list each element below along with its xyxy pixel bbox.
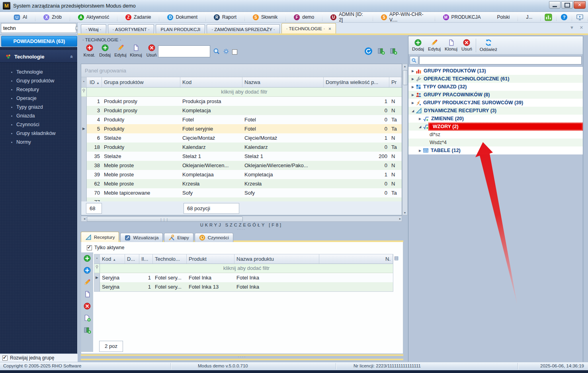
tree-search-input[interactable] bbox=[419, 56, 582, 64]
table-row[interactable]: 4ProduktyFotelFotel0Ta bbox=[81, 115, 402, 124]
filter-row[interactable]: kliknij aby dodać filtr bbox=[81, 88, 402, 97]
tab-list-dropdown-icon[interactable]: ▼ bbox=[570, 25, 574, 30]
table-row[interactable]: 3Produkt prostyKompletacja0N bbox=[81, 106, 402, 115]
table-row[interactable]: 70Meble tapicerowaneSofySofy0Ta bbox=[81, 188, 402, 197]
vertical-scroll-thumb[interactable] bbox=[403, 70, 408, 85]
doc-button[interactable] bbox=[84, 291, 91, 299]
column-header-domyślna-wielkość-p[interactable]: Domyślna wielkość p... bbox=[324, 77, 389, 87]
dodaj-button[interactable]: Dodaj bbox=[97, 44, 113, 57]
usuń-tree-button[interactable]: Usuń bbox=[459, 38, 474, 52]
dodaj-tree-button[interactable]: Dodaj bbox=[410, 38, 426, 52]
column-header-nazwa[interactable]: Nazwa bbox=[242, 77, 324, 87]
detail-column-header-d[interactable]: D... bbox=[125, 254, 139, 264]
topbar-item-raport[interactable]: RRaport bbox=[206, 12, 244, 22]
collapsed-icon[interactable]: ▶ bbox=[418, 117, 422, 121]
topbar-item-aktywność[interactable]: AAktywność bbox=[70, 12, 117, 22]
expand-one-group-checkbox[interactable] bbox=[2, 355, 8, 361]
table-row[interactable]: 1Produkt prostyProdukcja prosta1N bbox=[81, 97, 402, 106]
sidebar-item-typy-gniazd[interactable]: Typy gniazd bbox=[0, 103, 77, 111]
topbar-item-demo[interactable]: Fdemo bbox=[286, 12, 322, 22]
grid-search-input[interactable] bbox=[158, 46, 210, 57]
table-row[interactable]: 38Meble prosteOklejanie/Wiercen...Okleja… bbox=[81, 161, 402, 170]
sidebar-item-receptury[interactable]: Receptury bbox=[0, 85, 77, 94]
tree-node-typy-gniazd-32[interactable]: ▶TYPY GNIAZD (32) bbox=[408, 83, 583, 91]
detail-tab-receptury[interactable]: Receptury bbox=[81, 232, 119, 242]
detail-column-header-produkt[interactable]: Produkt bbox=[187, 254, 234, 264]
klonuj-tree-button[interactable]: Klonuj bbox=[443, 38, 459, 52]
plus-green-button[interactable] bbox=[84, 255, 91, 263]
sidebar-item-grupy-produktów[interactable]: Grupy produktów bbox=[0, 76, 77, 85]
collapsed-icon[interactable]: ▶ bbox=[410, 77, 415, 81]
tree-node-dl-sz[interactable]: dl*sz bbox=[408, 131, 583, 139]
tab-plan-produkcji[interactable]: PLAN PRODUKCJI bbox=[156, 24, 205, 34]
expanded-icon[interactable]: ◢ bbox=[418, 125, 422, 129]
sidebar-item-grupy-składników[interactable]: Grupy składników bbox=[0, 129, 77, 138]
edytuj-tree-button[interactable]: Edytuj bbox=[426, 38, 443, 52]
topbar-item-polski[interactable]: Polski bbox=[489, 12, 518, 22]
detail-column-header-n[interactable]: N. bbox=[319, 254, 393, 264]
scroll-down-icon[interactable]: ▼ bbox=[402, 211, 407, 214]
sidebar-item-technologie[interactable]: Technologie bbox=[0, 68, 77, 76]
x-red-button[interactable] bbox=[84, 303, 91, 311]
table-row[interactable]: ▶Seryjna1Fotel sery...Fotel InkaFotel In… bbox=[94, 273, 393, 282]
doc-add-button[interactable] bbox=[84, 314, 91, 323]
horizontal-scrollbar[interactable]: ◄ ❘❘❘ ► bbox=[81, 216, 402, 222]
columns-add-3-button[interactable] bbox=[390, 47, 397, 56]
table-row[interactable]: ▶5ProduktyFotel seryjnieFotel0Ta bbox=[81, 124, 402, 133]
vertical-scrollbar[interactable]: ▲ ▼ bbox=[402, 64, 408, 215]
topbar-item-admin-id-2[interactable]: UADMIN [ID: 2] bbox=[322, 12, 373, 22]
topbar-item-słownik[interactable]: SSłownik bbox=[245, 12, 285, 22]
help-button[interactable]: ? bbox=[557, 12, 572, 22]
grouping-panel[interactable]: Panel grupowania bbox=[81, 64, 402, 77]
tree-node-grupy-pracowników-8[interactable]: ▶GRUPY PRACOWNIKÓW (8) bbox=[408, 91, 583, 99]
tree-node-wsdz-4[interactable]: Wsdz*4 bbox=[408, 139, 583, 146]
tree-node-grupy-produktów-13[interactable]: ▶GRUPY PRODUKTÓW (13) bbox=[408, 67, 583, 75]
columns-add-button[interactable] bbox=[84, 326, 91, 335]
sidebar-item-gniazda[interactable]: Gniazda bbox=[0, 111, 77, 120]
column-chooser-icon[interactable]: ▤ bbox=[394, 255, 399, 261]
tree-node-operacje-technologiczne-61[interactable]: ▶OPERACJE TECHNOLOGICZNE (61) bbox=[408, 75, 583, 83]
edytuj-button[interactable]: Edytuj bbox=[113, 44, 128, 57]
collapsed-icon[interactable]: ▶ bbox=[410, 69, 415, 73]
columns-add-2-button[interactable] bbox=[377, 47, 385, 56]
plus-blue-button[interactable] bbox=[84, 267, 91, 275]
minimize-button[interactable] bbox=[549, 1, 561, 9]
sidebar-item-operacje[interactable]: Operacje bbox=[0, 94, 77, 103]
klonuj-button[interactable]: Klonuj bbox=[128, 44, 144, 57]
tree-node-dynamiczne-receptury-3[interactable]: ◢DYNAMICZNE RECEPTURY (3) bbox=[408, 107, 583, 115]
collapsed-icon[interactable]: ▶ bbox=[410, 101, 415, 105]
pencil-button[interactable] bbox=[84, 279, 91, 287]
detail-column-header-nazwa-produktu[interactable]: Nazwa produktu bbox=[234, 254, 319, 264]
search-icon[interactable] bbox=[213, 48, 220, 56]
collapsed-icon[interactable]: ▶ bbox=[410, 93, 415, 97]
detail-tab-etapy[interactable]: Etapy bbox=[164, 233, 193, 242]
monitor-button[interactable] bbox=[572, 12, 588, 22]
column-header-id[interactable]: ID▲ bbox=[87, 77, 102, 87]
sidebar-item-normy[interactable]: Normy bbox=[0, 138, 77, 146]
topbar-item-j[interactable]: J... bbox=[518, 12, 540, 22]
splitter-grip-dots[interactable]: ···· bbox=[81, 228, 402, 231]
tab-witaj[interactable]: · Witaj · bbox=[81, 24, 106, 34]
tree-node-tabele-12[interactable]: ▶TABELE (12) bbox=[408, 146, 583, 154]
collapse-group-icon[interactable]: « bbox=[69, 55, 75, 58]
tab-close-icon[interactable]: × bbox=[328, 26, 331, 31]
table-row[interactable]: 62Meble prosteKrzesłaKrzesła0N bbox=[81, 179, 402, 188]
tab-close-icon[interactable]: ✕ bbox=[580, 25, 583, 30]
detail-tab-czynności[interactable]: Czynności bbox=[195, 233, 233, 242]
search-options-checkbox[interactable] bbox=[232, 49, 237, 55]
tab-zamówienia-sprzedaży[interactable]: · ZAMÓWIENIA SPRZEDAŻY · bbox=[207, 24, 280, 34]
detail-column-header-kod[interactable]: Kod▲ bbox=[100, 254, 125, 264]
scroll-left-icon[interactable]: ◄ bbox=[82, 217, 87, 220]
notifications-button[interactable]: POWIADOMIENIA (63) bbox=[1, 36, 77, 47]
table-row[interactable]: Seryjna1Fotel sery...Fotel Inka 13Fotel … bbox=[94, 282, 393, 291]
table-row[interactable]: 6StelażeCięcie/MontażCięcie/Montaż1N bbox=[81, 133, 402, 143]
filter-settings-icon[interactable] bbox=[223, 48, 229, 56]
horizontal-scroll-thumb[interactable]: ❘❘❘ bbox=[87, 217, 243, 222]
refresh-button[interactable] bbox=[364, 47, 373, 57]
expanded-icon[interactable]: ◢ bbox=[410, 109, 415, 113]
hide-details-splitter[interactable]: UKRYJ SZCZEGÓŁY [F8] bbox=[81, 223, 402, 227]
detail-filter-row[interactable]: kliknij aby dodać filtr bbox=[94, 264, 393, 273]
bottom-splitter-dots[interactable]: ···· bbox=[81, 355, 403, 359]
detail-tab-wizualizacja[interactable]: Wizualizacja bbox=[120, 233, 163, 242]
odśwież-tree-button[interactable]: Odśwież bbox=[478, 38, 499, 53]
